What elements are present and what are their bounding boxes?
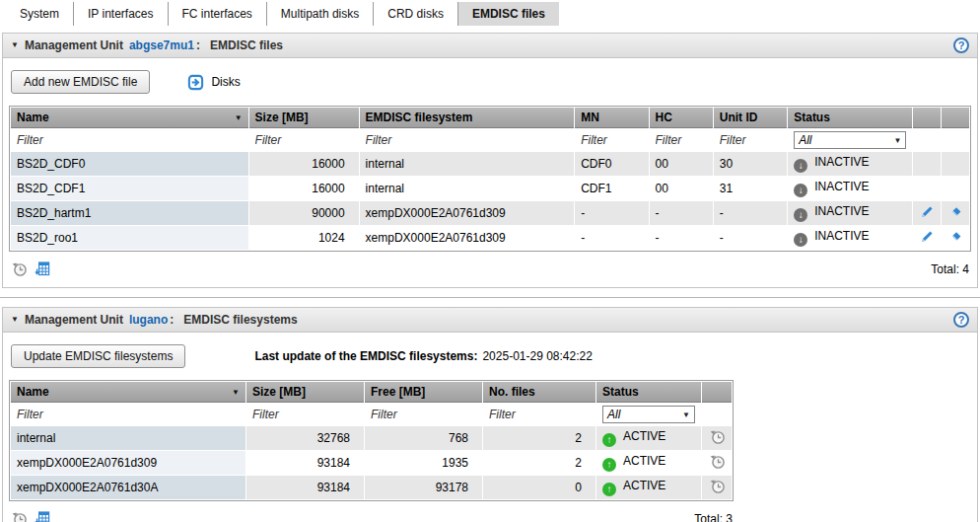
unit-link-abgse7mu1[interactable]: abgse7mu1 (129, 38, 194, 52)
panel2-title-subject: EMDISC filesystems (183, 313, 297, 327)
edit-icon[interactable] (920, 204, 935, 219)
status-filter-select[interactable]: All▼ (602, 406, 695, 423)
col-header-mn[interactable]: MN (575, 108, 648, 128)
status-label: ACTIVE (623, 479, 665, 492)
filter-size-input[interactable] (252, 408, 354, 421)
cell-name: xempDX000E2A0761d30A (11, 476, 245, 499)
col-header-filesystem[interactable]: EMDISC filesystem (360, 108, 575, 128)
history-icon[interactable] (11, 510, 28, 522)
cell-free: 1935 (365, 451, 482, 475)
tab-crd-disks[interactable]: CRD disks (374, 2, 458, 26)
cell-status: INACTIVE (788, 201, 912, 225)
cell-unit-id: 30 (714, 152, 787, 176)
cell-name: BS2D_CDF1 (11, 177, 248, 200)
table-row[interactable]: BS2D_roo1 1024 xempDX000E2A0761d309 - - … (11, 226, 969, 250)
filter-size-input[interactable] (255, 133, 349, 147)
cell-filesystem: xempDX000E2A0761d309 (360, 201, 575, 225)
cell-filesystem: xempDX000E2A0761d309 (360, 226, 575, 250)
filter-filesystem-input[interactable] (366, 133, 560, 147)
col-header-unit-id[interactable]: Unit ID (714, 108, 787, 128)
table-row[interactable]: BS2D_hartm1 90000 xempDX000E2A0761d309 -… (11, 201, 969, 225)
cell-status: ACTIVE (596, 476, 701, 499)
table-row[interactable]: xempDX000E2A0761d309 93184 1935 2 ACTIVE (11, 451, 732, 475)
panel2-toolbar: Update EMDISC filesystems Last update of… (11, 344, 971, 368)
cell-size: 32768 (246, 426, 364, 450)
help-icon[interactable] (953, 312, 969, 328)
filter-name-input[interactable] (17, 133, 233, 147)
filter-unit-id-input[interactable] (720, 133, 779, 147)
collapse-icon[interactable] (11, 41, 19, 49)
erase-icon[interactable] (948, 204, 963, 219)
cell-unit-id: 31 (714, 177, 787, 200)
panel1-body: Add new EMDISC file Disks Name Size [MB]… (3, 58, 977, 287)
status-filter-select[interactable]: All▼ (794, 131, 906, 149)
tab-system[interactable]: System (6, 2, 74, 26)
filter-free-input[interactable] (371, 408, 472, 421)
cell-free: 768 (365, 426, 482, 450)
filter-mn-input[interactable] (581, 133, 640, 147)
chevron-down-icon: ▼ (682, 410, 690, 419)
header-row: Name Size [MB] Free [MB] No. files Statu… (11, 382, 732, 403)
col-header-size[interactable]: Size [MB] (246, 382, 364, 403)
col-header-name[interactable]: Name (11, 382, 245, 403)
col-header-hc[interactable]: HC (650, 108, 713, 128)
cell-status: ACTIVE (596, 451, 701, 475)
unit-link-lugano[interactable]: lugano (129, 313, 168, 327)
col-header-name[interactable]: Name (11, 108, 248, 128)
col-header-edit (913, 108, 941, 128)
col-header-status[interactable]: Status (788, 108, 912, 128)
cell-size: 93184 (246, 451, 364, 475)
tab-fc-interfaces[interactable]: FC interfaces (169, 2, 267, 26)
cell-name: BS2D_roo1 (11, 226, 248, 250)
table-row[interactable]: BS2D_CDF0 16000 internal CDF0 00 30 INAC… (11, 152, 969, 176)
status-active-icon (602, 483, 616, 496)
col-header-erase (942, 108, 969, 128)
cell-files: 2 (483, 426, 595, 450)
table-row[interactable]: internal 32768 768 2 ACTIVE (11, 426, 732, 450)
export-table-icon[interactable] (35, 510, 50, 522)
status-inactive-icon (794, 159, 807, 173)
panel2-table-footer: Total: 3 (11, 510, 735, 522)
history-icon[interactable] (709, 453, 726, 470)
add-emdisc-file-button[interactable]: Add new EMDISC file (11, 70, 150, 94)
col-header-files[interactable]: No. files (483, 382, 595, 403)
cell-name: BS2D_CDF0 (11, 152, 248, 176)
goto-disks-icon (187, 74, 204, 91)
export-table-icon[interactable] (35, 261, 50, 277)
tab-ip-interfaces[interactable]: IP interfaces (74, 2, 168, 26)
history-icon[interactable] (709, 428, 726, 445)
panel2-header: Management Unit lugano : EMDISC filesyst… (3, 308, 977, 333)
erase-icon[interactable] (948, 229, 963, 244)
history-icon[interactable] (709, 478, 726, 494)
disks-link[interactable]: Disks (187, 74, 240, 91)
panel2-title-prefix: Management Unit (25, 313, 123, 327)
last-update-label: Last update of the EMDISC filesystems: (254, 349, 477, 363)
table-row[interactable]: BS2D_CDF1 16000 internal CDF1 00 31 INAC… (11, 177, 969, 200)
total-count: Total: 3 (694, 512, 735, 522)
collapse-icon[interactable] (11, 316, 19, 324)
tab-multipath-disks[interactable]: Multipath disks (267, 2, 374, 26)
filter-files-input[interactable] (489, 408, 586, 421)
tab-bar: System IP interfaces FC interfaces Multi… (0, 0, 980, 26)
col-header-status[interactable]: Status (596, 382, 701, 403)
tab-emdisc-files[interactable]: EMDISC files (458, 2, 559, 26)
panel-divider (0, 297, 980, 298)
status-inactive-icon (794, 208, 807, 222)
panel2-title-colon: : (170, 313, 174, 327)
history-icon[interactable] (11, 261, 28, 277)
filter-hc-input[interactable] (656, 133, 705, 147)
col-header-free[interactable]: Free [MB] (365, 382, 482, 403)
status-label: INACTIVE (814, 229, 869, 243)
help-icon[interactable] (953, 37, 969, 53)
edit-icon[interactable] (920, 229, 935, 244)
col-header-size[interactable]: Size [MB] (249, 108, 359, 128)
table-row[interactable]: xempDX000E2A0761d30A 93184 93178 0 ACTIV… (11, 476, 732, 499)
filter-name-input[interactable] (17, 408, 231, 421)
panel2-body: Update EMDISC filesystems Last update of… (3, 333, 977, 522)
status-active-icon (602, 433, 616, 447)
status-label: INACTIVE (814, 180, 869, 193)
cell-status: INACTIVE (788, 177, 912, 200)
update-emdisc-filesystems-button[interactable]: Update EMDISC filesystems (11, 344, 185, 368)
status-label: ACTIVE (623, 429, 665, 443)
emdisc-filesystems-table-wrap: Name Size [MB] Free [MB] No. files Statu… (9, 380, 734, 501)
